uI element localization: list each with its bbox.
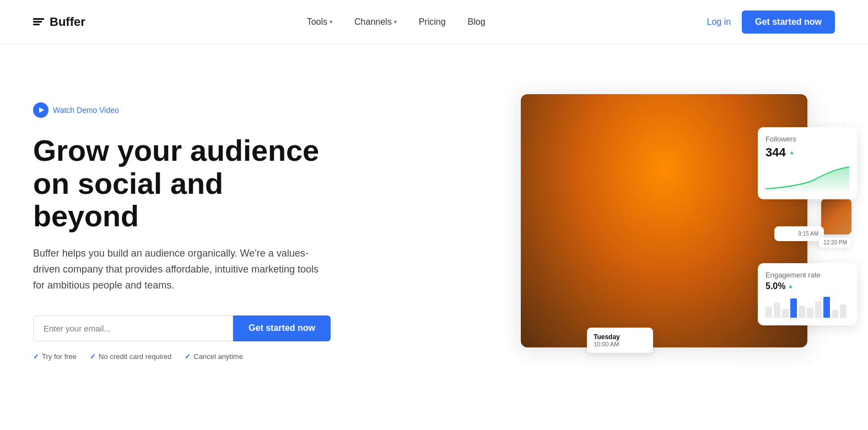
watch-demo-link[interactable]: Watch Demo Video [33,102,331,118]
extra-post-card [821,199,851,235]
check-icon: ✓ [185,352,191,361]
bar-8 [823,297,830,318]
check-icon: ✓ [33,352,39,361]
bar-3 [782,309,789,318]
engagement-bar-chart [765,296,849,318]
popup-day-label: Tuesday [594,333,646,341]
extra-post-image [821,199,851,235]
engagement-label: Engagement rate [765,271,849,279]
post-time-label: 9:15 AM [780,231,818,237]
hero-left: Watch Demo Video Grow your audience on s… [33,102,331,361]
chevron-down-icon: ▾ [330,19,332,25]
followers-chart [765,164,849,192]
engagement-value-row: 5.0% ▲ [765,281,849,291]
schedule-popup-1: Tuesday 10:00 AM [587,328,653,353]
nav-blog[interactable]: Blog [468,17,486,27]
trend-up-icon: ▲ [789,149,795,155]
navbar: Buffer Tools ▾ Channels ▾ Pricing Blog L… [0,0,868,44]
nav-tools[interactable]: Tools ▾ [307,17,332,27]
hero-description: Buffer helps you build an audience organ… [33,246,331,293]
trend-up-icon: ▲ [788,283,793,289]
watch-demo-label: Watch Demo Video [53,106,119,115]
bar-10 [840,304,847,318]
headline-line1: Grow your audience [33,134,319,167]
nav-pricing[interactable]: Pricing [419,17,446,27]
nav-actions: Log in Get started now [707,10,835,34]
badge-no-credit-card: ✓ No credit card required [90,352,171,361]
post-time-popup: 9:15 AM [774,226,824,241]
hero-section: Watch Demo Video Grow your audience on s… [0,44,868,430]
chevron-down-icon: ▾ [394,19,397,25]
extra-time-label: 12:20 PM [823,240,847,246]
nav-links: Tools ▾ Channels ▾ Pricing Blog [307,17,486,27]
bar-2 [774,302,780,318]
engagement-card: Engagement rate 5.0% ▲ [758,263,857,325]
engagement-number: 5.0% [765,281,785,291]
get-started-button[interactable]: Get started now [742,10,835,34]
badge-try-free: ✓ Try for free [33,352,77,361]
play-icon [33,102,48,118]
bar-1 [765,307,772,318]
followers-label: Followers [765,135,849,143]
headline-line2: on social and beyond [33,167,223,232]
trust-badges: ✓ Try for free ✓ No credit card required… [33,352,331,361]
nav-channels[interactable]: Channels ▾ [354,17,397,27]
badge-cancel: ✓ Cancel anytime [185,352,243,361]
email-input[interactable] [33,315,233,341]
email-form: Get started now [33,315,331,341]
bar-5 [799,306,805,318]
popup-time-label: 10:00 AM [594,341,646,347]
logo-icon [33,18,44,25]
hero-cta-button[interactable]: Get started now [233,315,331,341]
check-icon: ✓ [90,352,96,361]
logo[interactable]: Buffer [33,15,85,29]
logo-text: Buffer [50,15,85,29]
bar-6 [807,308,813,318]
extra-time-card: 12:20 PM [819,237,851,248]
post-image [563,160,607,210]
product-mockup: Publishing Analytics Engagement Start Pa… [521,94,835,369]
followers-card: Followers 344 ▲ [758,127,857,199]
bar-4 [790,298,797,318]
bar-9 [832,310,838,318]
bar-7 [815,301,822,318]
hero-headline: Grow your audience on social and beyond [33,134,331,232]
hero-right: Publishing Analytics Engagement Start Pa… [364,94,835,369]
followers-count-row: 344 ▲ [765,145,849,160]
followers-number: 344 [765,145,786,160]
login-button[interactable]: Log in [707,17,731,27]
